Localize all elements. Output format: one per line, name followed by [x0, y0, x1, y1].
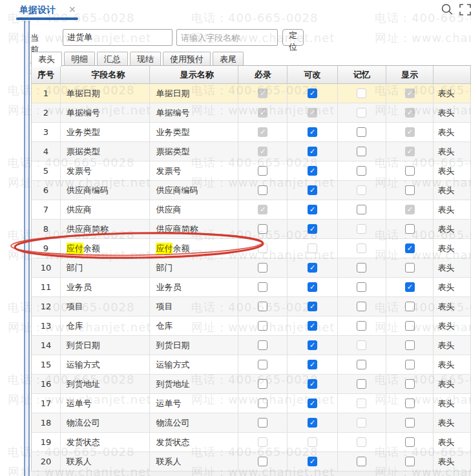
table-row[interactable]: 1单据日期单据日期表头 [32, 84, 471, 103]
tab-使用预付[interactable]: 使用预付 [163, 52, 211, 66]
table-row[interactable]: 15运输方式运输方式表头 [32, 355, 471, 375]
required-checkbox[interactable] [258, 302, 267, 311]
memory-checkbox[interactable] [357, 457, 366, 466]
display-name-cell[interactable]: 到货日期 [150, 336, 238, 355]
required-checkbox[interactable] [258, 263, 267, 273]
table-row[interactable]: 20联系人联系人表头 [32, 452, 471, 471]
display-name-cell[interactable]: 单据编号 [150, 103, 238, 122]
show-checkbox[interactable] [405, 418, 415, 428]
show-checkbox[interactable] [405, 185, 415, 195]
memory-checkbox[interactable] [357, 147, 366, 156]
column-header[interactable]: 序号 [32, 66, 61, 83]
display-name-cell[interactable]: 票据类型 [150, 142, 238, 161]
modifiable-checkbox[interactable] [308, 205, 317, 214]
display-name-cell[interactable]: 联系人 [150, 452, 238, 471]
modifiable-checkbox[interactable] [308, 302, 317, 311]
memory-checkbox[interactable] [357, 360, 366, 369]
field-name-cell[interactable]: 项目 [61, 297, 151, 316]
show-checkbox[interactable] [405, 224, 415, 234]
current-doc-input[interactable] [63, 29, 173, 46]
tab-明细[interactable]: 明细 [64, 52, 95, 66]
field-name-cell[interactable]: 到货日期 [61, 336, 151, 355]
table-row[interactable]: 16到货地址到货地址表头 [32, 375, 471, 394]
memory-checkbox[interactable] [357, 166, 366, 176]
display-name-cell[interactable]: 业务类型 [150, 123, 238, 141]
column-header[interactable]: 记忆 [338, 66, 386, 83]
table-row[interactable]: 7供应商供应商表头 [32, 200, 471, 220]
field-name-cell[interactable]: 发票号 [61, 161, 151, 180]
display-name-cell[interactable]: 仓库 [150, 316, 238, 335]
modifiable-checkbox[interactable] [308, 379, 317, 389]
show-checkbox[interactable] [405, 263, 415, 273]
table-row[interactable]: 9应付余额应付余额表头 [32, 239, 471, 258]
modifiable-checkbox[interactable] [308, 282, 317, 292]
close-icon[interactable]: × [68, 4, 76, 14]
show-checkbox[interactable] [405, 457, 415, 466]
table-row[interactable]: 10部门部门表头 [32, 258, 471, 278]
table-row[interactable]: 18物流公司物流公司表头 [32, 413, 471, 433]
display-name-cell[interactable]: 单据日期 [150, 84, 238, 103]
field-name-cell[interactable]: 发货状态 [61, 433, 151, 451]
table-row[interactable]: 5发票号发票号表头 [32, 161, 471, 181]
required-checkbox[interactable] [258, 224, 267, 234]
field-name-cell[interactable]: 部门 [61, 258, 151, 277]
display-name-cell[interactable]: 供应商简称 [150, 220, 238, 238]
horizontal-scrollbar-track[interactable] [31, 471, 471, 476]
memory-checkbox[interactable] [357, 263, 366, 273]
modifiable-checkbox[interactable] [308, 340, 317, 350]
field-name-cell[interactable]: 票据类型 [61, 142, 151, 161]
modifiable-checkbox[interactable] [308, 127, 317, 137]
required-checkbox[interactable] [258, 321, 267, 331]
column-header[interactable]: 可改 [288, 66, 337, 83]
column-header[interactable]: 显示名称 [150, 66, 238, 83]
tab-现结[interactable]: 现结 [130, 52, 161, 66]
display-name-cell[interactable]: 应付余额 [150, 239, 238, 258]
memory-checkbox[interactable] [357, 321, 366, 331]
table-row[interactable]: 19发货状态发货状态表头 [32, 433, 471, 452]
show-checkbox[interactable] [405, 321, 415, 331]
field-name-cell[interactable]: 运输方式 [61, 355, 151, 374]
required-checkbox[interactable] [258, 398, 267, 408]
field-name-cell[interactable]: 物流公司 [61, 413, 151, 432]
required-checkbox[interactable] [258, 418, 267, 428]
show-checkbox[interactable] [405, 340, 415, 350]
table-row[interactable]: 12项目项目表头 [32, 297, 471, 316]
display-name-cell[interactable]: 项目 [150, 297, 238, 316]
column-header[interactable]: 必录 [238, 66, 288, 83]
show-checkbox[interactable] [405, 360, 415, 369]
show-checkbox[interactable] [405, 243, 415, 253]
column-header[interactable] [434, 66, 471, 83]
required-checkbox[interactable] [258, 340, 267, 350]
field-name-cell[interactable]: 联系人 [61, 452, 151, 471]
required-checkbox[interactable] [258, 166, 267, 176]
display-name-cell[interactable]: 到货地址 [150, 375, 238, 393]
show-checkbox[interactable] [405, 437, 415, 447]
field-name-cell[interactable]: 供应商编码 [61, 181, 151, 200]
tab-表头[interactable]: 表头 [31, 52, 62, 67]
show-checkbox[interactable] [405, 166, 415, 176]
memory-checkbox[interactable] [357, 205, 366, 214]
modifiable-checkbox[interactable] [308, 224, 317, 234]
field-name-cell[interactable]: 供应商 [61, 200, 151, 219]
modifiable-checkbox[interactable] [308, 147, 317, 156]
modifiable-checkbox[interactable] [308, 360, 317, 369]
display-name-cell[interactable]: 部门 [150, 258, 238, 277]
memory-checkbox[interactable] [357, 282, 366, 292]
display-name-cell[interactable]: 供应商编码 [150, 181, 238, 200]
field-name-cell[interactable]: 单据日期 [61, 84, 151, 103]
tab-汇总[interactable]: 汇总 [97, 52, 128, 66]
field-name-cell[interactable]: 单据编号 [61, 103, 151, 122]
display-name-cell[interactable]: 运单号 [150, 394, 238, 413]
modifiable-checkbox[interactable] [308, 263, 317, 273]
field-search-input[interactable] [176, 29, 278, 46]
table-row[interactable]: 2单据编号单据编号表头 [32, 103, 471, 123]
field-name-cell[interactable]: 业务类型 [61, 123, 151, 141]
show-checkbox[interactable] [405, 379, 415, 389]
modifiable-checkbox[interactable] [308, 398, 317, 408]
fullscreen-icon[interactable] [459, 3, 471, 18]
field-name-cell[interactable]: 到货地址 [61, 375, 151, 393]
field-name-cell[interactable]: 仓库 [61, 316, 151, 335]
show-checkbox[interactable] [405, 398, 415, 408]
table-row[interactable]: 6供应商编码供应商编码表头 [32, 181, 471, 200]
memory-checkbox[interactable] [357, 379, 366, 389]
